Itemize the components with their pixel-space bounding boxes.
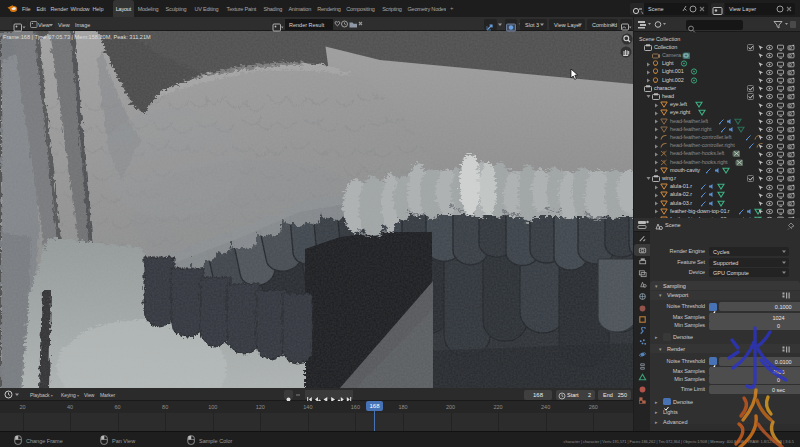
svg-text:Frame:168 | Time:07:05.73 | Me: Frame:168 | Time:07:05.73 | Mem:158.20M,…: [3, 34, 151, 40]
